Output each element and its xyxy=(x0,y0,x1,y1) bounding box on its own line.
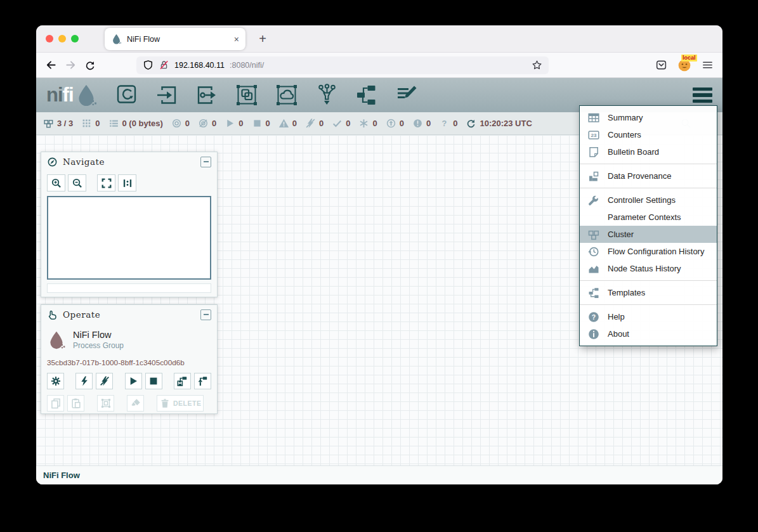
tab-close-icon[interactable]: × xyxy=(234,35,239,44)
status-stopped-value: 0 xyxy=(266,119,270,128)
birdseye-minimap[interactable] xyxy=(47,196,211,280)
paste-button xyxy=(67,395,84,412)
bookmark-star-icon[interactable] xyxy=(532,60,542,70)
forward-button xyxy=(65,59,77,71)
process-group-drop-icon xyxy=(47,328,66,352)
menu-item-flow-configuration-history[interactable]: Flow Configuration History xyxy=(580,243,717,260)
firefox-menu-icon[interactable] xyxy=(702,59,714,71)
pocket-icon[interactable] xyxy=(655,59,667,71)
status-threads: 0 xyxy=(81,118,100,129)
browser-tab[interactable]: NiFi Flow × xyxy=(105,28,245,50)
operate-panel-title: Operate xyxy=(63,309,100,320)
profile-avatar[interactable]: local xyxy=(677,58,691,72)
breadcrumb[interactable]: NiFi Flow xyxy=(43,470,80,480)
component-output-port-button[interactable] xyxy=(195,84,218,107)
actual-size-button[interactable] xyxy=(118,174,136,191)
new-tab-button[interactable]: + xyxy=(254,30,271,47)
back-button[interactable] xyxy=(45,59,57,71)
menu-item-node-status-history-label: Node Status History xyxy=(608,264,681,273)
enable-button[interactable] xyxy=(75,373,93,389)
tab-title: NiFi Flow xyxy=(127,35,229,44)
menu-item-summary[interactable]: Summary xyxy=(580,109,717,126)
zoom-out-button[interactable] xyxy=(68,174,86,191)
status-valid: 0 xyxy=(332,118,350,129)
status-up-to-date-value: 0 xyxy=(400,119,404,128)
zoom-window-button[interactable] xyxy=(71,35,79,42)
component-input-port-button[interactable] xyxy=(155,84,178,107)
menu-item-help[interactable]: Help xyxy=(580,308,717,325)
logo-text-fi: fi xyxy=(63,84,74,107)
menu-item-node-status-history[interactable]: Node Status History xyxy=(580,260,717,277)
operate-collapse-button[interactable] xyxy=(200,309,211,320)
status-sync-failure-value: 0 xyxy=(453,119,457,128)
menu-item-data-provenance[interactable]: Data Provenance xyxy=(580,167,717,185)
menu-item-templates[interactable]: Templates xyxy=(580,284,717,301)
status-refresh[interactable]: 10:20:23 UTC xyxy=(466,118,532,129)
status-running-value: 0 xyxy=(239,119,243,128)
menu-item-templates-label: Templates xyxy=(608,288,645,297)
menu-item-controller-settings[interactable]: Controller Settings xyxy=(580,191,717,209)
browser-titlebar: NiFi Flow × + xyxy=(36,25,722,53)
component-processor-button[interactable] xyxy=(115,84,138,107)
menu-item-cluster-label: Cluster xyxy=(608,230,634,239)
navigate-collapse-button[interactable] xyxy=(200,157,211,167)
reload-button[interactable] xyxy=(84,60,96,71)
status-cluster-value: 3 / 3 xyxy=(57,119,73,128)
component-template-button[interactable] xyxy=(355,84,378,107)
status-threads-value: 0 xyxy=(95,119,100,128)
status-not-transmitting-value: 0 xyxy=(212,119,216,128)
menu-item-cluster[interactable]: Cluster xyxy=(580,226,717,243)
breadcrumb-bar: NiFi Flow xyxy=(36,465,722,484)
status-up-to-date: 0 xyxy=(386,118,404,129)
delete-button-label: DELETE xyxy=(173,399,201,407)
menu-item-about[interactable]: About xyxy=(580,325,717,342)
settings-button[interactable] xyxy=(47,373,64,389)
menu-item-bulletin-board-label: Bulletin Board xyxy=(608,147,659,157)
nifi-logo: nifi xyxy=(46,84,98,107)
upload-template-button[interactable] xyxy=(194,373,211,389)
fit-button[interactable] xyxy=(97,174,115,191)
global-menu-button[interactable] xyxy=(693,88,712,103)
status-warning-value: 0 xyxy=(292,119,297,128)
zoom-in-button[interactable] xyxy=(47,174,65,191)
status-sync-failure: 0 xyxy=(439,118,457,129)
status-locally-modified-value: 0 xyxy=(426,119,431,128)
group-button xyxy=(97,395,114,412)
browser-window: NiFi Flow × + 192.168.40.11:8080/nifi/ l… xyxy=(36,25,722,484)
minimize-window-button[interactable] xyxy=(58,35,66,42)
component-remote-process-group-button[interactable] xyxy=(275,84,298,107)
save-template-button[interactable] xyxy=(174,373,191,389)
tracking-protection-shield-icon[interactable] xyxy=(143,60,154,70)
status-not-transmitting: 0 xyxy=(198,118,216,129)
component-process-group-button[interactable] xyxy=(235,84,258,107)
navigate-panel: Navigate xyxy=(41,152,218,297)
status-invalid-value: 0 xyxy=(319,119,323,128)
status-disabled-value: 0 xyxy=(372,119,377,128)
insecure-lock-icon[interactable] xyxy=(159,60,169,70)
nifi-drop-logo-icon xyxy=(75,84,98,107)
status-transmitting: 0 xyxy=(171,118,190,129)
disable-button[interactable] xyxy=(96,373,113,389)
stop-button[interactable] xyxy=(145,373,162,389)
start-button[interactable] xyxy=(125,373,142,389)
menu-item-bulletin-board[interactable]: Bulletin Board xyxy=(580,143,717,160)
menu-item-parameter-contexts[interactable]: Parameter Contexts xyxy=(580,209,717,226)
status-queued: 0 (0 bytes) xyxy=(108,118,163,129)
menu-separator xyxy=(580,188,717,188)
component-funnel-button[interactable] xyxy=(315,84,338,107)
menu-item-summary-label: Summary xyxy=(608,113,643,122)
fill-color-button xyxy=(127,395,144,412)
menu-item-flow-configuration-history-label: Flow Configuration History xyxy=(608,247,704,256)
status-valid-value: 0 xyxy=(346,119,350,128)
flow-type: Process Group xyxy=(73,341,124,350)
status-invalid: 0 xyxy=(305,118,323,129)
url-host: 192.168.40.11 xyxy=(174,61,225,70)
birdseye-slider[interactable] xyxy=(47,283,211,293)
menu-item-counters[interactable]: Counters xyxy=(580,126,717,143)
close-window-button[interactable] xyxy=(46,35,53,42)
component-label-button[interactable] xyxy=(395,84,418,107)
compass-icon xyxy=(47,157,58,167)
global-menu: SummaryCountersBulletin BoardData Proven… xyxy=(579,105,717,346)
url-bar[interactable]: 192.168.40.11:8080/nifi/ xyxy=(136,56,549,74)
status-stopped: 0 xyxy=(252,118,270,129)
